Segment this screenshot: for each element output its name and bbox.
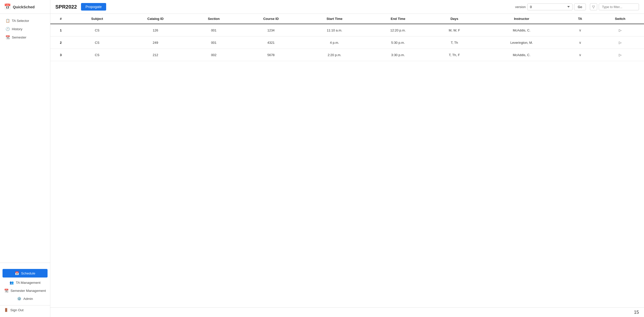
calendar-icon: 📆 <box>6 35 10 39</box>
sidebar-item-history-label: History <box>12 27 22 31</box>
cell-num: 1 <box>50 24 71 36</box>
table-body: 1CS126001123411:10 a.m.12:20 p.m.M, W, F… <box>50 24 644 61</box>
schedule-label: Schedule <box>21 271 35 275</box>
col-start-time: Start Time <box>302 14 367 24</box>
ta-management-icon: 👥 <box>10 281 14 285</box>
cell-end-time: 5:30 p.m. <box>367 36 429 49</box>
table-row: 3CS21200256782:20 p.m.3:30 p.m.T, Th, FM… <box>50 49 644 61</box>
sidebar-item-semester[interactable]: 📆 Semester <box>2 33 49 41</box>
app-logo: 📅 QuickSched <box>0 0 50 14</box>
cell-start-time: 2:20 p.m. <box>302 49 367 61</box>
semester-management-label: Semester Management <box>11 289 46 293</box>
col-catalog-id: Catalog ID <box>123 14 188 24</box>
sidebar-item-semester-management[interactable]: 📆 Semester Management <box>0 287 50 295</box>
switch-button[interactable]: ▷ <box>617 28 623 33</box>
cell-ta: ∨ <box>564 49 596 61</box>
version-select[interactable]: 0 <box>527 4 573 10</box>
sign-out-label: Sign Out <box>10 308 24 312</box>
sidebar-nav: 📋 TA Selector 🕐 History 📆 Semester <box>0 14 50 263</box>
main-content: SPR2022 Propogate version 0 Go ▽ # Subje… <box>50 0 644 317</box>
go-button[interactable]: Go <box>574 4 586 10</box>
version-label: version <box>515 5 526 9</box>
ta-dropdown-button[interactable]: ∨ <box>577 40 583 45</box>
cell-switch: ▷ <box>596 49 644 61</box>
sidebar-item-ta-selector-label: TA Selector <box>12 19 29 23</box>
clock-icon: 🕐 <box>6 27 10 31</box>
cell-catalog-id: 126 <box>123 24 188 36</box>
cell-section: 001 <box>188 24 239 36</box>
table-header-row: # Subject Catalog ID Section Course ID S… <box>50 14 644 24</box>
cell-start-time: 11:10 a.m. <box>302 24 367 36</box>
cell-section: 002 <box>188 49 239 61</box>
col-subject: Subject <box>71 14 123 24</box>
cell-instructor: Leverington, M. <box>479 36 564 49</box>
col-section: Section <box>188 14 239 24</box>
footer: 15 <box>50 307 644 317</box>
ta-dropdown-button[interactable]: ∨ <box>577 28 583 33</box>
cell-end-time: 3:30 p.m. <box>367 49 429 61</box>
col-ta: TA <box>564 14 596 24</box>
sign-out-icon: 🚪 <box>4 308 8 312</box>
sidebar: 📅 QuickSched 📋 TA Selector 🕐 History 📆 S… <box>0 0 50 317</box>
filter-input[interactable] <box>599 4 639 10</box>
semester-management-icon: 📆 <box>4 289 9 293</box>
cell-end-time: 12:20 p.m. <box>367 24 429 36</box>
propogate-button[interactable]: Propogate <box>81 3 106 11</box>
gear-icon: ⚙️ <box>17 297 21 301</box>
cell-instructor: McAddis, C. <box>479 24 564 36</box>
cell-days: T, Th <box>429 36 479 49</box>
cell-subject: CS <box>71 49 123 61</box>
page-title: SPR2022 <box>55 4 77 10</box>
ta-management-label: TA Management <box>16 281 41 285</box>
app-logo-text: QuickSched <box>13 5 35 9</box>
sidebar-item-admin[interactable]: ⚙️ Admin <box>0 295 50 303</box>
col-course-id: Course ID <box>239 14 302 24</box>
schedule-button[interactable]: 📅 Schedule <box>3 269 48 278</box>
sidebar-actions: 📅 Schedule 👥 TA Management 📆 Semester Ma… <box>0 265 50 305</box>
schedule-icon: 📅 <box>15 271 19 275</box>
cell-section: 001 <box>188 36 239 49</box>
switch-button[interactable]: ▷ <box>617 40 623 45</box>
cell-days: M, W, F <box>429 24 479 36</box>
col-end-time: End Time <box>367 14 429 24</box>
sidebar-item-semester-label: Semester <box>12 35 26 39</box>
filter-icon-button[interactable]: ▽ <box>590 3 597 10</box>
sign-out-button[interactable]: 🚪 Sign Out <box>0 305 50 314</box>
cell-start-time: 4 p.m. <box>302 36 367 49</box>
cell-instructor: McAddis, C. <box>479 49 564 61</box>
table-row: 1CS126001123411:10 a.m.12:20 p.m.M, W, F… <box>50 24 644 36</box>
header: SPR2022 Propogate version 0 Go ▽ <box>50 0 644 14</box>
sidebar-item-ta-management[interactable]: 👥 TA Management <box>0 279 50 287</box>
cell-course-id: 4321 <box>239 36 302 49</box>
clipboard-icon: 📋 <box>6 19 10 23</box>
table-container: # Subject Catalog ID Section Course ID S… <box>50 14 644 307</box>
ta-dropdown-button[interactable]: ∨ <box>577 52 583 57</box>
app-logo-icon: 📅 <box>4 4 11 10</box>
cell-course-id: 5678 <box>239 49 302 61</box>
schedule-table: # Subject Catalog ID Section Course ID S… <box>50 14 644 61</box>
cell-switch: ▷ <box>596 36 644 49</box>
cell-subject: CS <box>71 24 123 36</box>
switch-button[interactable]: ▷ <box>617 52 623 57</box>
table-row: 2CS24900143214 p.m.5:30 p.m.T, ThLeverin… <box>50 36 644 49</box>
col-switch: Switch <box>596 14 644 24</box>
sidebar-bottom: 📅 Schedule 👥 TA Management 📆 Semester Ma… <box>0 263 50 317</box>
cell-catalog-id: 249 <box>123 36 188 49</box>
col-num: # <box>50 14 71 24</box>
cell-days: T, Th, F <box>429 49 479 61</box>
col-days: Days <box>429 14 479 24</box>
cell-ta: ∨ <box>564 36 596 49</box>
table-header: # Subject Catalog ID Section Course ID S… <box>50 14 644 24</box>
sidebar-item-history[interactable]: 🕐 History <box>2 25 49 33</box>
cell-ta: ∨ <box>564 24 596 36</box>
admin-label: Admin <box>23 297 33 301</box>
version-group: version 0 Go <box>515 4 586 10</box>
page-number: 15 <box>634 310 639 315</box>
cell-subject: CS <box>71 36 123 49</box>
cell-catalog-id: 212 <box>123 49 188 61</box>
col-instructor: Instructor <box>479 14 564 24</box>
cell-num: 3 <box>50 49 71 61</box>
cell-course-id: 1234 <box>239 24 302 36</box>
cell-switch: ▷ <box>596 24 644 36</box>
sidebar-item-ta-selector[interactable]: 📋 TA Selector <box>2 17 49 25</box>
